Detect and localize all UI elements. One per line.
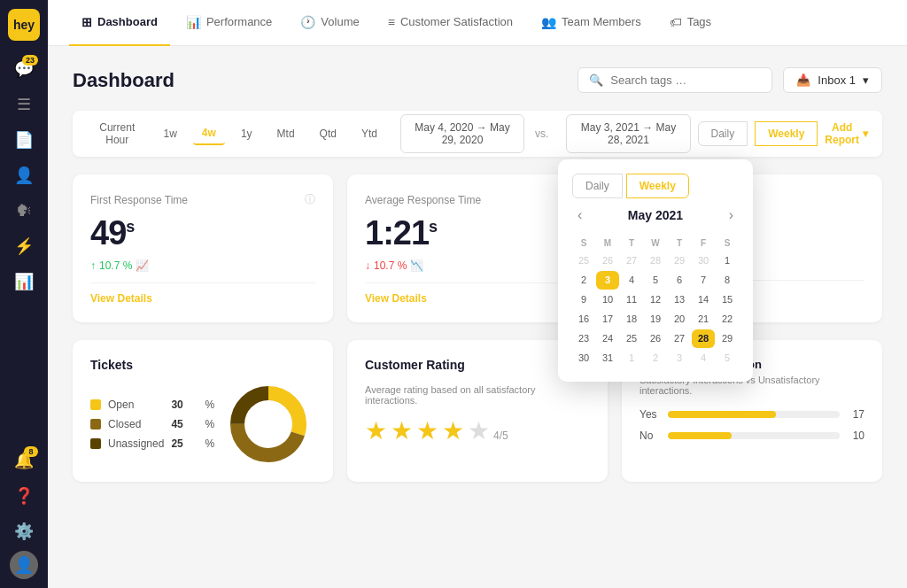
- date-range-from[interactable]: May 4, 2020 → May 29, 2020: [400, 114, 524, 153]
- sidebar-settings[interactable]: ⚙️: [8, 515, 40, 547]
- cal-day[interactable]: 6: [668, 271, 691, 290]
- cal-toggle-daily[interactable]: Daily: [572, 174, 623, 198]
- cal-day[interactable]: 8: [716, 271, 739, 290]
- cal-day[interactable]: 9: [572, 290, 595, 309]
- nav-volume[interactable]: 🕐 Volume: [288, 0, 371, 46]
- cal-day[interactable]: 15: [716, 290, 739, 309]
- cal-day[interactable]: 30: [692, 251, 715, 270]
- cal-day[interactable]: 26: [596, 251, 619, 270]
- toggle-weekly[interactable]: Weekly: [755, 121, 818, 146]
- sidebar-menu[interactable]: ☰: [8, 89, 40, 120]
- metric-cards: First Response Time ⓘ 49s ↑ 10.7 % 📈 Vie…: [73, 174, 882, 322]
- sidebar-support[interactable]: 🗣: [8, 195, 40, 227]
- sidebar-file[interactable]: 📄: [8, 124, 40, 156]
- cal-day[interactable]: 27: [620, 251, 643, 270]
- cal-day[interactable]: 14: [692, 290, 715, 309]
- cal-prev-button[interactable]: ‹: [572, 205, 587, 225]
- performance-nav-icon: 📊: [186, 15, 201, 29]
- cal-day[interactable]: 7: [692, 271, 715, 290]
- cal-day[interactable]: 1: [620, 349, 643, 368]
- card-avg-response-link[interactable]: View Details: [365, 282, 590, 305]
- cal-day[interactable]: 18: [620, 310, 643, 329]
- cal-day-today[interactable]: 3: [596, 271, 619, 290]
- cal-day[interactable]: 29: [716, 329, 739, 348]
- cal-day[interactable]: 21: [692, 310, 715, 329]
- cal-day[interactable]: 25: [620, 329, 643, 348]
- sat-no-bar-bg: [668, 432, 840, 439]
- time-mtd[interactable]: Mtd: [268, 123, 304, 144]
- main-content: ⊞ Dashboard 📊 Performance 🕐 Volume ≡ Cus…: [48, 0, 907, 588]
- star-3: ★: [416, 416, 438, 445]
- volume-nav-icon: 🕐: [300, 15, 315, 29]
- user-avatar[interactable]: 👤: [10, 551, 38, 579]
- cal-day[interactable]: 27: [668, 329, 691, 348]
- satisfaction-no-row: No 10: [640, 429, 864, 442]
- cal-day[interactable]: 13: [668, 290, 691, 309]
- inbox-selector[interactable]: 📥 Inbox 1 ▾: [783, 67, 882, 93]
- cal-day[interactable]: 17: [596, 310, 619, 329]
- nav-team-members[interactable]: 👥 Team Members: [529, 0, 654, 46]
- info-icon-0[interactable]: ⓘ: [305, 192, 315, 207]
- cal-day[interactable]: 5: [716, 349, 739, 368]
- sidebar-lightning[interactable]: ⚡: [8, 230, 40, 262]
- bell-badge: 8: [24, 446, 38, 457]
- cal-day[interactable]: 4: [692, 349, 715, 368]
- cal-next-button[interactable]: ›: [724, 205, 739, 225]
- cal-day[interactable]: 2: [644, 349, 667, 368]
- time-current-hour[interactable]: Current Hour: [87, 117, 148, 151]
- cal-day[interactable]: 1: [716, 251, 739, 270]
- cal-day[interactable]: 19: [644, 310, 667, 329]
- cal-day[interactable]: 22: [716, 310, 739, 329]
- nav-performance[interactable]: 📊 Performance: [174, 0, 284, 46]
- sidebar-chat[interactable]: 💬 23: [8, 53, 40, 85]
- cal-day[interactable]: 2: [572, 271, 595, 290]
- sidebar-chart[interactable]: 📊: [8, 266, 40, 298]
- cal-day[interactable]: 20: [668, 310, 691, 329]
- customer-rating-title: Customer Rating: [365, 358, 590, 372]
- cal-day[interactable]: 5: [644, 271, 667, 290]
- sidebar-contacts[interactable]: 👤: [8, 159, 40, 191]
- cal-day[interactable]: 26: [644, 329, 667, 348]
- unassigned-pct: 25: [171, 437, 198, 450]
- nav-customer-satisfaction[interactable]: ≡ Customer Satisfaction: [376, 0, 525, 46]
- time-ytd[interactable]: Ytd: [353, 123, 386, 144]
- search-tags-input[interactable]: [610, 74, 761, 87]
- sat-yes-count: 17: [847, 408, 864, 421]
- date-range-to[interactable]: May 3, 2021 → May 28, 2021: [566, 114, 690, 153]
- sat-no-label: No: [640, 429, 661, 442]
- tags-nav-icon: 🏷: [670, 15, 682, 29]
- cal-day[interactable]: 3: [668, 349, 691, 368]
- top-navigation: ⊞ Dashboard 📊 Performance 🕐 Volume ≡ Cus…: [48, 0, 907, 46]
- nav-dashboard[interactable]: ⊞ Dashboard: [69, 0, 170, 46]
- cal-day[interactable]: 24: [596, 329, 619, 348]
- cal-day[interactable]: 28: [644, 251, 667, 270]
- toggle-daily[interactable]: Daily: [698, 121, 748, 146]
- nav-tags[interactable]: 🏷 Tags: [657, 0, 724, 46]
- cal-day[interactable]: 31: [596, 349, 619, 368]
- cal-day[interactable]: 12: [644, 290, 667, 309]
- cal-day[interactable]: 16: [572, 310, 595, 329]
- time-qtd[interactable]: Qtd: [311, 123, 345, 144]
- sidebar-help[interactable]: ❓: [8, 480, 40, 512]
- add-report-button[interactable]: Add Report ▾: [825, 121, 868, 146]
- time-1y[interactable]: 1y: [232, 123, 261, 144]
- tickets-donut: [229, 384, 308, 464]
- search-tags-box[interactable]: 🔍: [578, 67, 772, 93]
- app-logo: hey: [8, 9, 40, 41]
- card-first-response-link[interactable]: View Details: [90, 282, 315, 305]
- cal-day-selected-end[interactable]: 28: [692, 329, 715, 348]
- cal-header-wed: W: [644, 236, 667, 251]
- time-1w[interactable]: 1w: [155, 123, 186, 144]
- cal-day[interactable]: 4: [620, 271, 643, 290]
- cal-day[interactable]: 23: [572, 329, 595, 348]
- cal-day[interactable]: 29: [668, 251, 691, 270]
- cal-toggle-weekly[interactable]: Weekly: [626, 174, 689, 198]
- cal-day[interactable]: 11: [620, 290, 643, 309]
- cal-day[interactable]: 10: [596, 290, 619, 309]
- cal-day[interactable]: 25: [572, 251, 595, 270]
- sidebar-bell[interactable]: 🔔 8: [8, 445, 40, 476]
- cal-day[interactable]: 30: [572, 349, 595, 368]
- team-nav-icon: 👥: [541, 15, 556, 29]
- time-4w[interactable]: 4w: [193, 122, 225, 145]
- sat-yes-bar-bg: [668, 411, 840, 418]
